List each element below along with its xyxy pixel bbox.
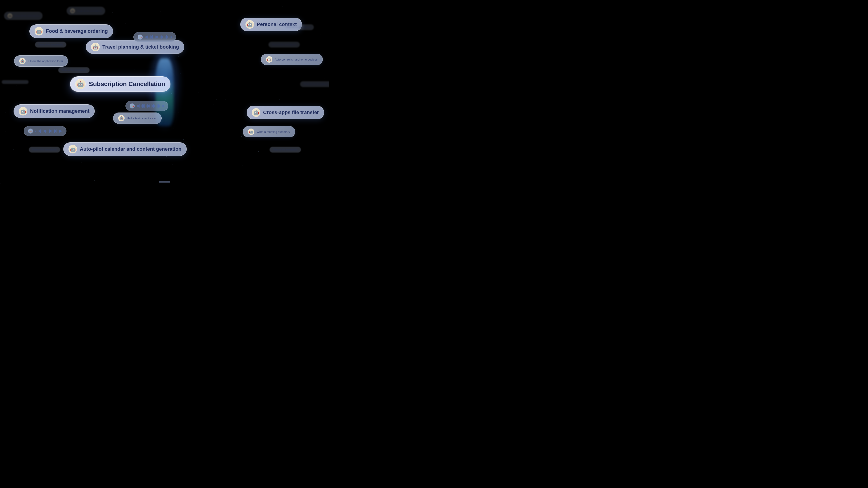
- blurred-label-9: Read all the annotations: [32, 149, 57, 151]
- waveform-top-pill: 🤖: [133, 32, 176, 42]
- blurred-label-8: Read all the annotations: [62, 69, 86, 71]
- avatar: 🤖: [68, 145, 77, 153]
- avatar: 🤖: [75, 79, 86, 89]
- avatar: 🤖: [91, 43, 100, 51]
- avatar: 🤖: [35, 27, 43, 35]
- scroll-indicator: [159, 182, 170, 183]
- food-beverage-pill[interactable]: 🤖 Food & beverage ordering: [29, 24, 113, 38]
- notification-mgmt-pill[interactable]: 🤖 Notification management: [13, 104, 95, 118]
- waveform-mid: [137, 103, 164, 108]
- blurred-label-7: Read all the annotations: [272, 43, 296, 46]
- food-beverage-label: Food & beverage ordering: [46, 28, 108, 34]
- fill-application-label: Fill out the application form: [28, 59, 63, 63]
- blurred-pill-8: Read all the annotations: [58, 67, 90, 73]
- blurred-label-2: Read all the annotations: [77, 10, 102, 12]
- waveform-top: [145, 35, 172, 39]
- waveform-bot: [35, 129, 62, 133]
- avatar: 🤖: [70, 8, 75, 13]
- avatar: 🤖: [252, 108, 260, 117]
- blurred-pill-3: Read all the annotations: [283, 24, 314, 30]
- avatar: 🤖: [246, 20, 254, 29]
- blurred-label-10: Read all the annotations: [273, 149, 298, 151]
- blurred-label-6: Read all the annotations: [38, 43, 63, 46]
- avatar: 🤖: [130, 103, 135, 108]
- blurred-label-1: Read all the annotations: [15, 15, 39, 17]
- blurred-pill-1: 🤖 Read all the annotations: [4, 12, 42, 20]
- avatar: 🤖: [138, 35, 143, 39]
- avatar: 🤖: [19, 107, 27, 116]
- avatar: 🤖: [28, 129, 33, 133]
- cross-apps-pill[interactable]: 🤖 Cross-apps file transfer: [247, 106, 324, 119]
- auto-pilot-label: Auto-pilot calendar and content generati…: [80, 146, 182, 152]
- blurred-pill-7: Read all the annotations: [269, 42, 300, 47]
- cross-apps-label: Cross-apps file transfer: [263, 109, 319, 116]
- blurred-label-5: Read all the annotations: [304, 83, 328, 86]
- waveform-mid-pill: 🤖: [125, 101, 168, 111]
- auto-control-label: Auto-control smart home devices: [275, 58, 318, 61]
- blurred-pill-10: Read all the annotations: [270, 147, 301, 153]
- blurred-pill-9: Read all the annotations: [29, 147, 60, 153]
- travel-label: Travel planning & ticket booking: [102, 44, 179, 50]
- blurred-pill-2: 🤖 Read all the annotations: [67, 7, 105, 15]
- blurred-pill-6: Read all the annotations: [35, 42, 66, 47]
- blurred-label-3: Read all the annotations: [286, 26, 310, 29]
- waveform-bot-pill: 🤖: [24, 126, 66, 136]
- blurred-pill-4: [2, 80, 29, 84]
- hero-label: Subscription Cancellation: [89, 80, 165, 88]
- write-meeting-label: Write a meeting summary: [256, 130, 290, 133]
- avatar: 🤖: [19, 58, 26, 64]
- avatar: 🤖: [118, 115, 125, 121]
- auto-control-pill[interactable]: 🤖 Auto-control smart home devices: [261, 54, 323, 65]
- subscription-cancellation-pill[interactable]: 🤖 Subscription Cancellation: [70, 76, 170, 92]
- write-meeting-pill[interactable]: 🤖 Write a meeting summary: [243, 126, 295, 137]
- blurred-pill-5: Read all the annotations: [300, 81, 329, 87]
- travel-planning-pill[interactable]: 🤖 Travel planning & ticket booking: [86, 40, 184, 54]
- avatar: 🤖: [7, 13, 12, 18]
- avatar: 🤖: [248, 129, 254, 135]
- hail-taxi-label: Hail a taxi or rent a car: [127, 117, 156, 120]
- avatar: 🤖: [266, 56, 272, 63]
- hail-taxi-pill[interactable]: 🤖 Hail a taxi or rent a car: [113, 112, 162, 124]
- notification-label: Notification management: [30, 108, 90, 114]
- fill-application-pill[interactable]: 🤖 Fill out the application form: [14, 55, 68, 67]
- auto-pilot-pill[interactable]: 🤖 Auto-pilot calendar and content genera…: [63, 142, 187, 156]
